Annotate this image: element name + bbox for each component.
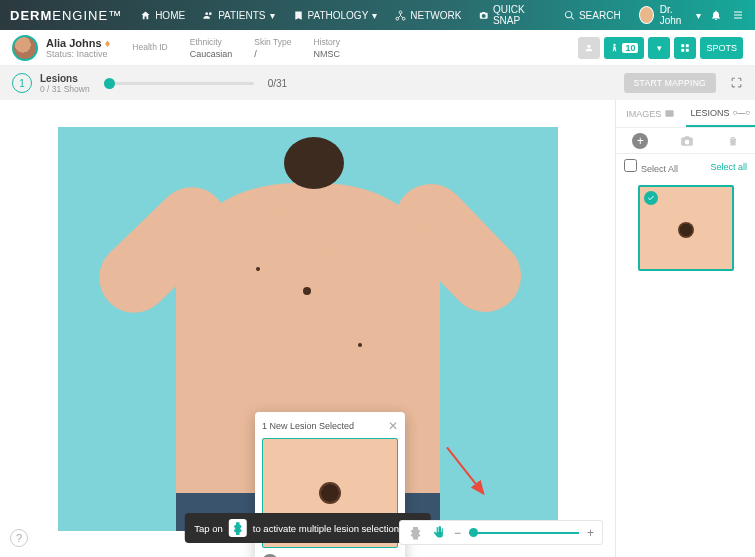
patient-avatar[interactable] (12, 35, 38, 61)
right-sidebar: IMAGES LESIONS ○—○ + Select All Select a… (615, 100, 755, 557)
dropdown-button[interactable]: ▾ (648, 37, 670, 59)
trash-icon[interactable] (727, 135, 739, 147)
lesions-count-badge: 1 (12, 73, 32, 93)
chevron-down-icon: ▾ (270, 10, 275, 21)
tab-images[interactable]: IMAGES (616, 100, 686, 127)
field-healthid: Health ID (132, 42, 167, 54)
nav-pathology[interactable]: PATHOLOGY▾ (293, 10, 378, 21)
zoom-slider[interactable] (469, 532, 579, 534)
svg-rect-7 (666, 110, 674, 116)
image-viewer[interactable]: 1 New Lesion Selected✕ + Tap on to activ… (0, 100, 615, 557)
camera-icon[interactable] (680, 134, 694, 148)
brand-logo: DERMENGINE™ (10, 8, 122, 23)
field-ethnicity: EthnicityCaucasian (190, 37, 233, 59)
svg-line-6 (447, 447, 483, 493)
start-mapping-button[interactable]: START MAPPING (624, 73, 716, 93)
nav-network[interactable]: NETWORK (395, 10, 461, 21)
body-count-button[interactable]: 10 (604, 37, 644, 59)
person-button[interactable] (578, 37, 600, 59)
add-lesion-button[interactable]: + (632, 133, 648, 149)
expand-icon[interactable] (730, 76, 743, 91)
popup-title: 1 New Lesion Selected (262, 421, 354, 431)
help-button[interactable]: ? (10, 529, 28, 547)
check-icon (644, 191, 658, 205)
lesions-counter: 0/31 (268, 78, 287, 89)
annotation-arrow (440, 439, 510, 513)
zoom-out-button[interactable]: − (454, 526, 461, 540)
nav-search[interactable]: SEARCH (564, 10, 621, 21)
svg-point-0 (614, 44, 616, 46)
lesions-title: Lesions (40, 73, 90, 84)
spots-button[interactable]: SPOTS (700, 37, 743, 59)
hint-toast: Tap on to activate multiple lesion selec… (184, 513, 430, 543)
lesions-slider[interactable] (104, 82, 254, 85)
select-all-checkbox[interactable]: Select All (624, 159, 678, 174)
svg-rect-2 (686, 44, 689, 47)
patient-header: Alia Johns ♦ Status: Inactive Health ID … (0, 30, 755, 66)
grid-button[interactable] (674, 37, 696, 59)
zoom-control: − + (399, 520, 603, 545)
user-menu[interactable]: Dr. John▾ (639, 4, 702, 26)
svg-rect-4 (686, 48, 689, 51)
field-skintype: Skin Type/ (254, 37, 291, 59)
select-all-link[interactable]: Select all (710, 162, 747, 172)
bell-icon[interactable] (709, 7, 723, 23)
nav-patients[interactable]: PATIENTS▾ (203, 10, 274, 21)
zoom-in-button[interactable]: + (587, 526, 594, 540)
avatar (639, 6, 654, 24)
svg-rect-1 (682, 44, 685, 47)
multiselect-icon[interactable] (408, 525, 423, 540)
close-icon[interactable]: ✕ (388, 419, 398, 433)
top-nav: DERMENGINE™ HOME PATIENTS▾ PATHOLOGY▾ NE… (0, 0, 755, 30)
lesions-bar: 1 Lesions 0 / 31 Shown 0/31 START MAPPIN… (0, 66, 755, 100)
field-history: HistoryNMSC (313, 37, 340, 59)
chevron-down-icon: ▾ (372, 10, 377, 21)
lesions-subtitle: 0 / 31 Shown (40, 84, 90, 94)
nav-quicksnap[interactable]: QUICK SNAP (479, 4, 546, 26)
lesion-marker[interactable] (303, 287, 311, 295)
patient-name: Alia Johns ♦ (46, 37, 110, 49)
chevron-down-icon: ▾ (696, 10, 701, 21)
settings-icon[interactable] (731, 7, 745, 23)
nav-home[interactable]: HOME (140, 10, 185, 21)
multiselect-chip-icon (229, 519, 247, 537)
hand-icon[interactable] (431, 525, 446, 540)
svg-rect-3 (682, 48, 685, 51)
tab-lesions[interactable]: LESIONS ○—○ (686, 100, 756, 127)
lesion-thumbnail[interactable] (638, 185, 734, 271)
lesion-marker[interactable] (256, 267, 260, 271)
lesion-marker[interactable] (358, 343, 362, 347)
